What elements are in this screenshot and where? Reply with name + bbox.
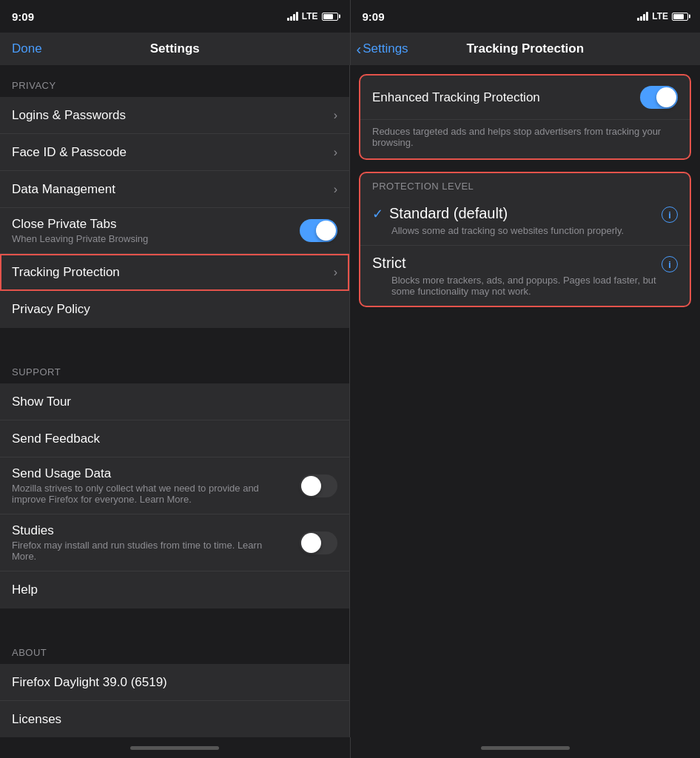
- standard-checkmark-icon: ✓: [372, 206, 383, 222]
- policy-label: Privacy Policy: [12, 302, 90, 317]
- strict-option[interactable]: Strict Blocks more trackers, ads, and po…: [360, 246, 690, 306]
- private-tabs-label: Close Private Tabs: [12, 217, 148, 232]
- done-button[interactable]: Done: [12, 41, 42, 56]
- licenses-label: Licenses: [12, 712, 61, 727]
- studies-sublabel: Firefox may install and run studies from…: [12, 540, 271, 562]
- right-battery-icon: [672, 13, 688, 21]
- help-label: Help: [12, 583, 38, 597]
- home-bars: [0, 737, 700, 758]
- status-bars: 9:09 LTE 9:09 LTE: [0, 0, 700, 33]
- data-chevron-icon: ›: [334, 183, 337, 196]
- sidebar-item-tracking[interactable]: Tracking Protection ›: [0, 254, 349, 291]
- standard-option[interactable]: ✓ Standard (default) Allows some ad trac…: [360, 196, 690, 246]
- about-group: Firefox Daylight 39.0 (6519) Licenses: [0, 664, 349, 737]
- etp-label: Enhanced Tracking Protection: [372, 90, 540, 105]
- tour-label: Show Tour: [12, 395, 71, 409]
- right-panel: Enhanced Tracking Protection Reduces tar…: [350, 65, 700, 737]
- faceid-chevron-icon: ›: [334, 146, 337, 159]
- left-home-bar: [0, 737, 350, 758]
- sidebar-item-studies[interactable]: Studies Firefox may install and run stud…: [0, 514, 349, 571]
- strict-desc: Blocks more trackers, ads, and popups. P…: [372, 275, 662, 297]
- standard-desc: Allows some ad tracking so websites func…: [372, 225, 662, 236]
- logins-chevron-icon: ›: [334, 109, 337, 122]
- left-nav-bar: Done Settings: [0, 33, 350, 65]
- standard-info-icon[interactable]: i: [662, 207, 678, 223]
- sidebar-item-data[interactable]: Data Management ›: [0, 171, 349, 208]
- sidebar-item-logins[interactable]: Logins & Passwords ›: [0, 97, 349, 134]
- tracking-label: Tracking Protection: [12, 265, 120, 280]
- left-status-right: LTE: [287, 11, 338, 21]
- private-tabs-sublabel: When Leaving Private Browsing: [12, 233, 148, 244]
- private-tabs-toggle[interactable]: [300, 219, 337, 242]
- sidebar-item-feedback[interactable]: Send Feedback: [0, 420, 349, 457]
- sidebar-item-private-tabs[interactable]: Close Private Tabs When Leaving Private …: [0, 208, 349, 254]
- feedback-label: Send Feedback: [12, 432, 100, 446]
- privacy-group: Logins & Passwords › Face ID & Passcode …: [0, 97, 349, 328]
- main-content: PRIVACY Logins & Passwords › Face ID & P…: [0, 65, 700, 737]
- standard-title: Standard (default): [389, 205, 508, 222]
- sidebar-item-policy[interactable]: Privacy Policy: [0, 291, 349, 328]
- right-nav-title: Tracking Protection: [466, 41, 584, 56]
- left-lte: LTE: [302, 11, 318, 21]
- left-battery-icon: [322, 13, 338, 21]
- support-group: Show Tour Send Feedback Send Usage Data …: [0, 383, 349, 608]
- usage-label: Send Usage Data: [12, 466, 271, 481]
- back-label: Settings: [363, 41, 408, 56]
- data-label: Data Management: [12, 182, 115, 197]
- right-home-bar: [350, 737, 701, 758]
- left-time: 9:09: [12, 10, 34, 23]
- faceid-label: Face ID & Passcode: [12, 145, 127, 160]
- about-divider: [0, 608, 349, 632]
- right-lte: LTE: [652, 11, 668, 21]
- right-home-indicator: [481, 746, 570, 750]
- studies-toggle[interactable]: [300, 531, 337, 554]
- nav-bars: Done Settings ‹ Settings Tracking Protec…: [0, 33, 700, 65]
- right-status-bar: 9:09 LTE: [350, 0, 701, 33]
- sidebar-item-licenses[interactable]: Licenses: [0, 701, 349, 737]
- support-divider: [0, 328, 349, 352]
- etp-toggle[interactable]: [640, 86, 678, 109]
- etp-card: Enhanced Tracking Protection Reduces tar…: [359, 74, 691, 160]
- left-signal-icon: [287, 12, 298, 21]
- usage-sublabel: Mozilla strives to only collect what we …: [12, 483, 271, 505]
- right-status-right: LTE: [637, 11, 688, 21]
- tracking-chevron-icon: ›: [334, 266, 337, 279]
- version-label: Firefox Daylight 39.0 (6519): [12, 675, 167, 690]
- about-section-header: ABOUT: [0, 632, 349, 664]
- usage-toggle[interactable]: [300, 474, 337, 497]
- left-nav-title: Settings: [150, 41, 200, 56]
- sidebar-item-version[interactable]: Firefox Daylight 39.0 (6519): [0, 664, 349, 701]
- logins-label: Logins & Passwords: [12, 108, 126, 123]
- protection-level-header: PROTECTION LEVEL: [360, 173, 690, 196]
- right-signal-icon: [637, 12, 648, 21]
- strict-info-icon[interactable]: i: [662, 256, 678, 272]
- left-status-bar: 9:09 LTE: [0, 0, 350, 33]
- left-home-indicator: [130, 746, 219, 750]
- left-panel: PRIVACY Logins & Passwords › Face ID & P…: [0, 65, 350, 737]
- etp-description: Reduces targeted ads and helps stop adve…: [360, 120, 690, 158]
- sidebar-item-faceid[interactable]: Face ID & Passcode ›: [0, 134, 349, 171]
- sidebar-item-help[interactable]: Help: [0, 571, 349, 608]
- sidebar-item-tour[interactable]: Show Tour: [0, 383, 349, 420]
- protection-level-card: PROTECTION LEVEL ✓ Standard (default) Al…: [359, 172, 691, 307]
- back-chevron-icon: ‹: [357, 41, 362, 56]
- right-time: 9:09: [363, 10, 385, 23]
- sidebar-item-usage[interactable]: Send Usage Data Mozilla strives to only …: [0, 457, 349, 514]
- support-section-header: SUPPORT: [0, 352, 349, 383]
- etp-row: Enhanced Tracking Protection: [360, 76, 690, 120]
- studies-label: Studies: [12, 523, 271, 538]
- right-nav-bar: ‹ Settings Tracking Protection: [350, 33, 701, 65]
- privacy-section-header: PRIVACY: [0, 65, 349, 97]
- strict-title: Strict: [372, 255, 406, 272]
- back-button[interactable]: ‹ Settings: [357, 41, 408, 56]
